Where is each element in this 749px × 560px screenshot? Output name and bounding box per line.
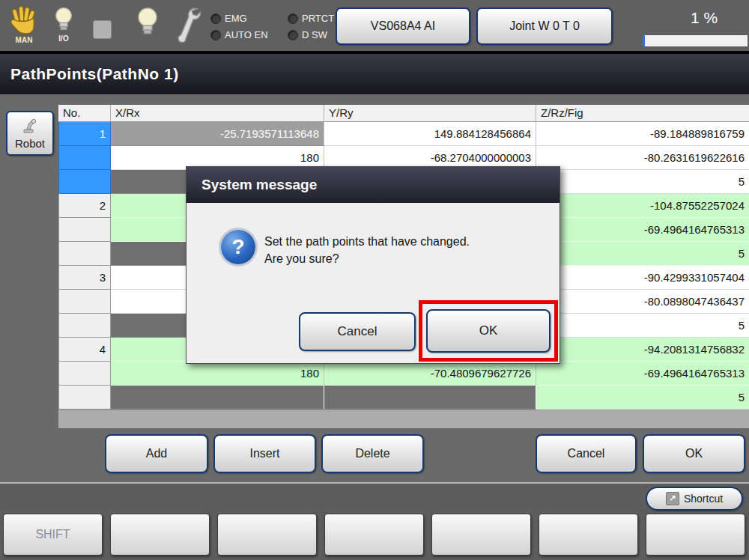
io-monitor-button[interactable]: I/O	[54, 6, 73, 43]
table-horizontal-scrollbar[interactable]	[58, 410, 749, 428]
led-prtct: PRTCT	[288, 13, 334, 24]
robot-arm-icon	[20, 117, 40, 137]
dialog-message-line1: Set the path points that have changed.	[264, 233, 534, 250]
io-caption: I/O	[58, 34, 68, 43]
function-key-blank-3[interactable]	[324, 514, 424, 556]
header-z-rz-fig: Z/Rz/Fig	[536, 105, 749, 122]
cell-y[interactable]: -70.4809679627726	[324, 362, 536, 386]
cell-y[interactable]	[324, 386, 536, 410]
speed-percent-label: 1 %	[670, 9, 738, 27]
cell-no[interactable]	[58, 386, 111, 410]
page-title: PathPoints(PathNo 1)	[0, 65, 179, 83]
cell-no[interactable]	[58, 170, 111, 194]
robot-button-label: Robot	[15, 137, 45, 150]
cell-z[interactable]: -104.87552257024	[536, 194, 749, 218]
insert-button[interactable]: Insert	[213, 434, 316, 473]
wrench-icon[interactable]	[174, 6, 202, 48]
hand-icon	[9, 4, 39, 37]
cell-z[interactable]: 5	[536, 170, 749, 194]
cell-x[interactable]: 180	[111, 362, 324, 386]
cell-z[interactable]: -89.184889816759	[536, 122, 749, 146]
led-auto-en: AUTO EN	[210, 29, 268, 40]
speed-progress-bar	[643, 35, 748, 46]
lamp-icon	[136, 6, 159, 40]
cell-z[interactable]: 5	[536, 314, 749, 338]
header-y-ry: Y/Ry	[324, 105, 536, 122]
cell-no[interactable]	[58, 218, 111, 242]
cell-no[interactable]	[58, 314, 111, 338]
sidebar-robot-button[interactable]: Robot	[6, 111, 54, 156]
cell-z[interactable]: -69.4964164765313	[536, 362, 749, 386]
cell-x[interactable]	[111, 386, 324, 410]
cell-z[interactable]: 5	[536, 386, 749, 410]
cell-z[interactable]: -69.4964164765313	[536, 218, 749, 242]
function-key-blank-5[interactable]	[539, 514, 638, 556]
dialog-cancel-button[interactable]: Cancel	[299, 312, 416, 351]
dialog-ok-button[interactable]: OK	[426, 309, 551, 353]
ok-button[interactable]: OK	[643, 434, 745, 473]
shortcut-label: Shortcut	[684, 493, 723, 505]
table-header-row: No. X/Rx Y/Ry Z/Rz/Fig	[58, 105, 749, 122]
question-mark-icon: ?	[221, 230, 255, 264]
lamp-button[interactable]	[136, 6, 159, 40]
cell-y[interactable]: 149.884128456864	[324, 122, 536, 146]
function-key-blank-1[interactable]	[110, 514, 210, 556]
stop-square-icon[interactable]	[93, 20, 112, 39]
header-x-rx: X/Rx	[111, 105, 324, 122]
delete-button[interactable]: Delete	[321, 434, 424, 473]
page-title-bar: PathPoints(PathNo 1)	[0, 54, 749, 94]
cell-no[interactable]	[58, 242, 111, 266]
cell-z[interactable]: 5	[536, 242, 749, 266]
cell-z[interactable]: -80.0898047436437	[536, 290, 749, 314]
cell-no[interactable]: 1	[58, 122, 111, 146]
auto-en-led-icon	[210, 30, 221, 40]
table-row: 180-70.4809679627726-69.4964164765313	[58, 362, 749, 386]
dialog-message-line2: Are you sure?	[264, 250, 534, 267]
cell-no[interactable]: 3	[58, 266, 111, 290]
led-emg: EMG	[210, 13, 247, 24]
add-button[interactable]: Add	[105, 434, 208, 473]
header-no: No.	[58, 105, 111, 122]
function-key-row: SHIFT	[0, 514, 749, 560]
top-status-bar: MAN I/O EMG AUTO EN	[0, 0, 749, 51]
led-d-sw: D SW	[288, 29, 327, 40]
cell-no[interactable]	[58, 362, 111, 386]
function-key-blank-2[interactable]	[217, 514, 317, 556]
cell-no[interactable]	[58, 290, 111, 314]
emg-led-icon	[210, 13, 221, 24]
cell-no[interactable]: 4	[58, 338, 111, 362]
dialog-message: Set the path points that have changed. A…	[264, 233, 534, 267]
dialog-title: System message	[187, 177, 317, 193]
table-row: 1-25.7193571113648149.884128456864-89.18…	[58, 122, 749, 146]
cell-x[interactable]: -25.7193571113648	[111, 122, 324, 146]
robot-model-button[interactable]: VS068A4 AI	[336, 7, 470, 45]
shortcut-arrow-icon: ↗	[666, 492, 679, 505]
prtct-led-icon	[288, 13, 298, 24]
table-row: 5	[58, 386, 749, 410]
function-key-blank-6[interactable]	[646, 514, 745, 556]
speed-progress-fill	[643, 35, 645, 46]
cell-z[interactable]: -94.2081314756832	[536, 338, 749, 362]
lamp-icon	[54, 6, 73, 36]
system-message-dialog: System message ? Set the path points tha…	[186, 166, 560, 364]
function-key-blank-4[interactable]	[431, 514, 531, 556]
dialog-title-bar: System message	[187, 167, 560, 203]
man-caption: MAN	[16, 36, 33, 44]
cancel-button[interactable]: Cancel	[536, 434, 637, 473]
cell-no[interactable]	[58, 146, 111, 170]
mode-button[interactable]: Joint W 0 T 0	[476, 7, 613, 45]
cell-z[interactable]: -80.2631619622616	[536, 146, 749, 170]
manual-mode-button[interactable]: MAN	[9, 4, 39, 44]
function-key-shift[interactable]: SHIFT	[3, 514, 103, 556]
d-sw-led-icon	[288, 30, 298, 40]
cell-no[interactable]: 2	[58, 194, 111, 218]
cell-z[interactable]: -90.4299331057404	[536, 266, 749, 290]
shortcut-button[interactable]: ↗ Shortcut	[646, 487, 743, 511]
